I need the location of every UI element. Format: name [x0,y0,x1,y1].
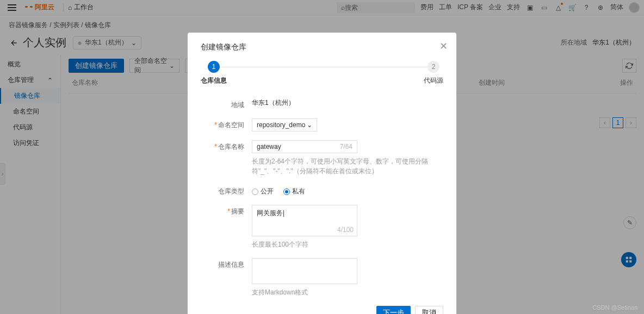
label-type: 仓库类型 [201,185,252,196]
desc-textarea[interactable] [252,258,357,284]
repo-name-input[interactable]: gateway7/64 [252,140,357,153]
stepper: 1仓库信息 2代码源 [201,61,443,85]
step-2: 2代码源 [424,61,443,85]
desc-hint: 支持Markdown格式 [252,287,443,297]
summary-textarea[interactable]: 网关服务|4/100 [252,205,357,236]
radio-public[interactable]: 公开 [252,187,274,196]
label-name: 仓库名称 [218,143,244,150]
value-region: 华东1（杭州） [252,98,443,110]
watermark: CSDN @Setinan [592,304,637,311]
modal-title: 创建镜像仓库 [201,42,443,52]
chevron-down-icon: ⌄ [307,121,312,129]
namespace-select[interactable]: repository_demo⌄ [252,118,317,131]
label-desc: 描述信息 [201,258,252,297]
modal-mask: 创建镜像仓库 ✕ 1仓库信息 2代码源 地域华东1（杭州） *命名空间repos… [0,0,644,314]
radio-private[interactable]: 私有 [283,187,305,196]
label-region: 地域 [201,98,252,110]
create-repo-modal: 创建镜像仓库 ✕ 1仓库信息 2代码源 地域华东1（杭州） *命名空间repos… [188,33,456,314]
cancel-button[interactable]: 取消 [415,306,443,314]
next-button[interactable]: 下一步 [376,306,411,314]
label-summary: 摘要 [231,208,244,215]
step-1: 1仓库信息 [201,61,227,85]
name-hint: 长度为2-64个字符，可使用小写英文字母、数字，可使用分隔符"_"、"-"、".… [252,156,443,176]
label-namespace: 命名空间 [218,121,244,129]
summary-count: 4/100 [337,226,354,234]
close-button[interactable]: ✕ [439,40,448,52]
name-count: 7/64 [340,143,352,150]
summary-hint: 长度最长100个字符 [252,240,443,249]
